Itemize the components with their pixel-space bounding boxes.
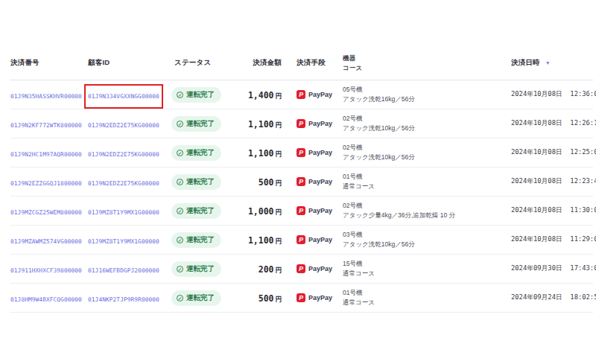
status-cell: ✓ 運転完了 [171, 202, 246, 220]
machine-number: 02号機 [343, 114, 511, 124]
column-header-datetime[interactable]: 決済日時 ▼ [511, 58, 593, 68]
payment-no-link[interactable]: 01J9MZCGZ25WEM800000 [10, 209, 82, 216]
amount-currency: 円 [276, 266, 282, 274]
customer-id-link[interactable]: 01J4NKP2TJP9R9R00000 [88, 296, 159, 303]
payments-page: 決済番号 顧客ID ステータス 決済金額 決済手段 機器 コース 決済日時 ▼ … [0, 0, 596, 364]
payment-no-cell: 01J9N35HASSKHVR00000 [10, 88, 88, 101]
course-description: アタック洗乾16kg／56分 [343, 95, 511, 104]
paypay-icon: P [297, 90, 305, 99]
table-row: 01J9N2HC1M97AQR00000 01J9N2EDZ2E75KG0000… [10, 138, 593, 167]
table-row: 01J9N35HASSKHVR00000 01J9N334VGXXNGG0000… [10, 80, 593, 109]
customer-id-link[interactable]: 01J9N2EDZ2E75KG00000 [88, 180, 159, 187]
check-circle-icon: ✓ [177, 150, 183, 156]
customer-id-cell: 01J9N2EDZ2E75KG00000 [88, 117, 171, 130]
table-row: 01J9MZCGZ25WEM800000 01J9MZ8T1Y9MX1G0000… [10, 197, 593, 226]
machine-number: 15号機 [343, 259, 511, 269]
status-label: 運転完了 [186, 177, 215, 187]
payment-method-cell: P PayPay [282, 177, 343, 186]
customer-id-link[interactable]: 01J16WEFBDGPJ2000000 [88, 267, 159, 274]
paypay-icon: P [297, 206, 305, 215]
column-header-machine-line2: コース [343, 63, 511, 73]
column-header-datetime-label: 決済日時 [511, 58, 540, 68]
payment-no-cell: 01J911HXHXCF39800000 [10, 262, 88, 275]
course-description: 通常コース [343, 182, 511, 191]
payment-no-cell: 01J8HM9W4BXFCQG00000 [10, 291, 88, 304]
status-cell: ✓ 運転完了 [171, 261, 246, 278]
course-description: アタック洗乾10kg／56分 [343, 124, 511, 133]
datetime-cell: 2024年10月08日 12:25:04 [511, 148, 593, 157]
check-circle-icon: ✓ [177, 237, 183, 243]
payment-no-link[interactable]: 01J9N2KF772WTK800000 [10, 122, 82, 129]
column-header-machine-line1: 機器 [343, 54, 511, 63]
paypay-label: PayPay [308, 91, 332, 98]
customer-id-link[interactable]: 01J9N334VGXXNGG00000 [88, 93, 159, 100]
amount-value: 1,000 [248, 206, 274, 217]
amount-cell: 1,000円 [246, 204, 282, 217]
datetime-cell: 2024年09月30日 17:43:05 [511, 264, 593, 273]
customer-id-link[interactable]: 01J9N2EDZ2E75KG00000 [88, 151, 159, 158]
machine-course-cell: 02号機 アタック少量4kg／36分,追加乾燥 10 分 [343, 201, 511, 220]
payment-no-link[interactable]: 01J9N2EZZGGQJ1800000 [10, 180, 82, 187]
amount-cell: 1,100円 [246, 117, 282, 130]
machine-course-cell: 05号機 アタック洗乾16kg／56分 [343, 85, 511, 104]
payment-no-link[interactable]: 01J9N35HASSKHVR00000 [10, 93, 82, 100]
course-description: 通常コース [343, 298, 511, 307]
machine-course-cell: 02号機 アタック洗乾10kg／56分 [343, 114, 511, 133]
customer-id-cell: 01J16WEFBDGPJ2000000 [88, 262, 171, 275]
customer-id-cell: 01J9MZ8T1Y9MX1G00000 [88, 204, 171, 217]
column-header-method: 決済手段 [282, 58, 343, 68]
customer-id-link[interactable]: 01J9MZ8T1Y9MX1G00000 [88, 238, 159, 245]
customer-id-cell: 01J9N2EDZ2E75KG00000 [88, 146, 171, 159]
table-row: 01J8HM9W4BXFCQG00000 01J4NKP2TJP9R9R0000… [10, 284, 593, 313]
machine-number: 02号機 [343, 201, 511, 211]
status-badge: ✓ 運転完了 [171, 116, 221, 132]
status-cell: ✓ 運転完了 [171, 115, 246, 132]
sort-descending-icon[interactable]: ▼ [545, 60, 551, 66]
payment-no-link[interactable]: 01J8HM9W4BXFCQG00000 [10, 296, 82, 303]
check-circle-icon: ✓ [177, 295, 183, 301]
status-label: 運転完了 [186, 90, 215, 100]
amount-cell: 200円 [246, 262, 282, 275]
amount-cell: 1,100円 [246, 233, 282, 246]
paypay-label: PayPay [308, 265, 332, 272]
customer-id-link[interactable]: 01J9N2EDZ2E75KG00000 [88, 122, 159, 129]
amount-value: 1,100 [248, 148, 274, 159]
payment-no-cell: 01J9N2HC1M97AQR00000 [10, 146, 88, 159]
status-badge: ✓ 運転完了 [171, 232, 221, 248]
payment-no-link[interactable]: 01J9N2HC1M97AQR00000 [10, 151, 82, 158]
amount-value: 500 [259, 177, 274, 188]
amount-value: 1,100 [248, 119, 274, 130]
amount-cell: 1,400円 [246, 88, 282, 101]
amount-currency: 円 [276, 121, 282, 129]
status-cell: ✓ 運転完了 [171, 144, 246, 162]
paypay-label: PayPay [308, 294, 332, 301]
payment-no-link[interactable]: 01J911HXHXCF39800000 [10, 267, 82, 274]
payment-method-cell: P PayPay [282, 293, 343, 302]
customer-id-link[interactable]: 01J9MZ8T1Y9MX1G00000 [88, 209, 159, 216]
machine-course-cell: 03号機 アタック洗乾10kg／56分 [343, 230, 511, 249]
payment-no-cell: 01J9MZCGZ25WEM800000 [10, 204, 88, 217]
amount-cell: 1,100円 [246, 146, 282, 159]
customer-id-cell: 01J9MZ8T1Y9MX1G00000 [88, 233, 171, 246]
status-badge: ✓ 運転完了 [171, 174, 221, 190]
machine-number: 01号機 [343, 288, 511, 298]
payment-method-cell: P PayPay [282, 206, 343, 215]
customer-id-cell: 01J9N334VGXXNGG00000 [88, 88, 171, 101]
status-cell: ✓ 運転完了 [171, 173, 246, 191]
course-description: アタック少量4kg／36分,追加乾燥 10 分 [343, 211, 511, 220]
datetime-cell: 2024年09月24日 18:02:52 [511, 293, 593, 302]
status-badge: ✓ 運転完了 [171, 145, 221, 161]
paypay-label: PayPay [308, 178, 332, 185]
status-badge: ✓ 運転完了 [171, 203, 221, 219]
payment-method-cell: P PayPay [282, 264, 343, 273]
datetime-cell: 2024年10月08日 12:23:46 [511, 177, 593, 186]
amount-cell: 500円 [246, 291, 282, 304]
table-body: 01J9N35HASSKHVR00000 01J9N334VGXXNGG0000… [10, 80, 593, 313]
payment-method-cell: P PayPay [282, 119, 343, 128]
paypay-icon: P [297, 148, 305, 157]
datetime-cell: 2024年10月08日 12:36:05 [511, 90, 593, 99]
status-badge: ✓ 運転完了 [171, 87, 221, 103]
payment-no-link[interactable]: 01J9MZAWMZ574VG00000 [10, 238, 82, 245]
payment-method-cell: P PayPay [282, 90, 343, 99]
payments-table: 決済番号 顧客ID ステータス 決済金額 決済手段 機器 コース 決済日時 ▼ … [10, 46, 593, 313]
